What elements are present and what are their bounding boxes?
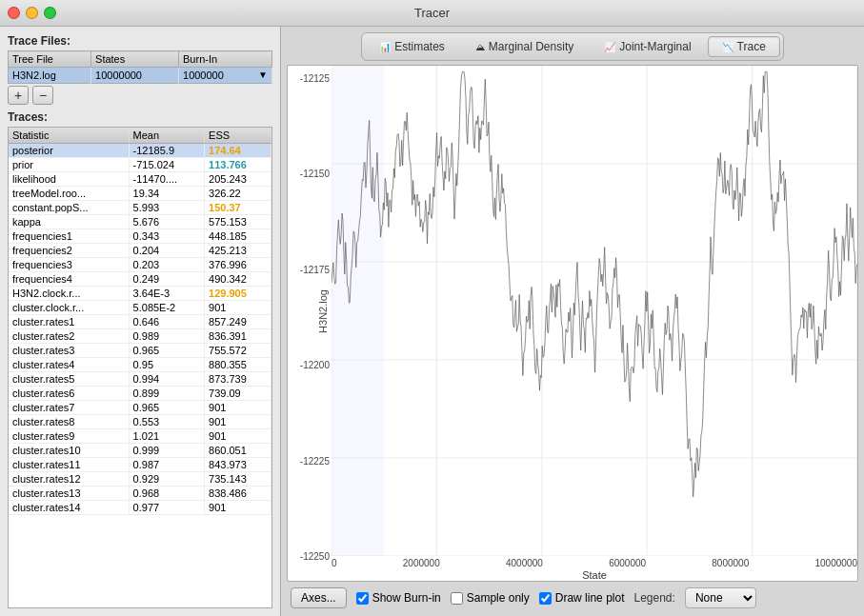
- trace-stat: prior: [9, 158, 129, 172]
- trace-row[interactable]: frequencies3 0.203 376.996: [9, 258, 271, 272]
- trace-ess: 326.22: [205, 187, 271, 201]
- trace-mean: 0.989: [129, 329, 205, 344]
- tf-burnin: 1000000 ▼: [179, 68, 272, 84]
- tab-estimates[interactable]: 📊 Estimates: [365, 36, 459, 57]
- legend-label: Legend:: [633, 591, 674, 605]
- trace-file-row[interactable]: H3N2.log 10000000 1000000 ▼: [9, 68, 272, 84]
- trace-row[interactable]: constant.popS... 5.993 150.37: [9, 201, 271, 215]
- legend-select[interactable]: None: [685, 587, 756, 608]
- tab-trace[interactable]: 📉 Trace: [708, 36, 780, 57]
- trace-stat: cluster.clock.r...: [9, 301, 129, 315]
- y-tick-3: -12200: [291, 360, 330, 370]
- trace-row[interactable]: cluster.rates2 0.989 836.391: [9, 329, 271, 344]
- tab-joint-marginal[interactable]: 📈 Joint-Marginal: [590, 36, 705, 57]
- trace-row[interactable]: cluster.rates9 1.021 901: [9, 429, 271, 444]
- trace-row[interactable]: cluster.clock.r... 5.085E-2 901: [9, 301, 271, 315]
- trace-files-title: Trace Files:: [8, 34, 272, 48]
- y-tick-5: -12250: [291, 551, 330, 562]
- trace-stat: cluster.rates14: [9, 501, 129, 515]
- trace-ess: 836.391: [205, 329, 271, 344]
- show-burnin-checkbox[interactable]: [356, 592, 369, 605]
- tab-marginal-density[interactable]: ⛰ Marginal Density: [461, 36, 588, 57]
- window-controls: [8, 7, 56, 19]
- trace-files-section: Trace Files: Tree File States Burn-In H3…: [8, 34, 272, 105]
- show-burnin-label[interactable]: Show Burn-in: [356, 591, 441, 605]
- trace-row[interactable]: cluster.rates4 0.95 880.355: [9, 358, 271, 372]
- trace-row[interactable]: cluster.rates13 0.968 838.486: [9, 487, 271, 501]
- trace-stat: cluster.rates12: [9, 472, 129, 487]
- trace-row[interactable]: cluster.rates7 0.965 901: [9, 401, 271, 415]
- x-tick-4: 8000000: [712, 558, 749, 568]
- x-tick-3: 6000000: [609, 558, 646, 568]
- trace-mean: -12185.9: [129, 144, 205, 158]
- main-content: Trace Files: Tree File States Burn-In H3…: [0, 27, 864, 616]
- trace-stat: frequencies3: [9, 258, 129, 272]
- trace-ess: 901: [205, 415, 271, 429]
- remove-file-button[interactable]: −: [32, 86, 53, 105]
- trace-row[interactable]: posterior -12185.9 174.64: [9, 144, 271, 158]
- trace-ess: 739.09: [205, 387, 271, 401]
- trace-row[interactable]: cluster.rates14 0.977 901: [9, 501, 271, 515]
- trace-mean: -11470....: [129, 172, 205, 187]
- trace-ess: 205.243: [205, 172, 271, 187]
- draw-line-label[interactable]: Draw line plot: [539, 591, 625, 605]
- tabs-bar: 📊 Estimates ⛰ Marginal Density 📈 Joint-M…: [361, 32, 784, 61]
- traces-table-wrapper[interactable]: Statistic Mean ESS posterior -12185.9 17…: [8, 127, 272, 608]
- trace-row[interactable]: prior -715.024 113.766: [9, 158, 271, 172]
- draw-line-checkbox[interactable]: [539, 592, 552, 605]
- trace-row[interactable]: frequencies2 0.204 425.213: [9, 244, 271, 258]
- trace-ess: 843.973: [205, 458, 271, 472]
- tf-name: H3N2.log: [9, 68, 91, 84]
- trace-mean: 5.993: [129, 201, 205, 215]
- trace-stat: posterior: [9, 144, 129, 158]
- minimize-button[interactable]: [26, 7, 38, 19]
- trace-row[interactable]: cluster.rates11 0.987 843.973: [9, 458, 271, 472]
- trace-mean: 0.343: [129, 229, 205, 244]
- sample-only-label[interactable]: Sample only: [451, 591, 530, 605]
- trace-mean: 0.553: [129, 415, 205, 429]
- close-button[interactable]: [8, 7, 20, 19]
- trace-stat: cluster.rates10: [9, 444, 129, 458]
- trace-stat: cluster.rates3: [9, 344, 129, 358]
- trace-row[interactable]: cluster.rates3 0.965 755.572: [9, 344, 271, 358]
- trace-row[interactable]: cluster.rates10 0.999 860.051: [9, 444, 271, 458]
- trace-stat: cluster.rates9: [9, 429, 129, 444]
- trace-row[interactable]: H3N2.clock.r... 3.64E-3 129.905: [9, 287, 271, 301]
- trace-row[interactable]: cluster.rates5 0.994 873.739: [9, 372, 271, 387]
- trace-row[interactable]: cluster.rates8 0.553 901: [9, 415, 271, 429]
- y-tick-0: -12125: [291, 73, 330, 84]
- y-tick-4: -12225: [291, 456, 330, 467]
- axes-button[interactable]: Axes...: [291, 587, 347, 608]
- trace-row[interactable]: kappa 5.676 575.153: [9, 215, 271, 229]
- trace-stat: cluster.rates5: [9, 372, 129, 387]
- trace-mean: 0.646: [129, 315, 205, 329]
- trace-ess: 448.185: [205, 229, 271, 244]
- estimates-icon: 📊: [379, 42, 391, 52]
- trace-stat: cluster.rates8: [9, 415, 129, 429]
- trace-ess: 150.37: [205, 201, 271, 215]
- trace-ess: 376.996: [205, 258, 271, 272]
- trace-row[interactable]: cluster.rates6 0.899 739.09: [9, 387, 271, 401]
- sample-only-checkbox[interactable]: [451, 592, 463, 605]
- trace-row[interactable]: treeModel.roo... 19.34 326.22: [9, 187, 271, 201]
- trace-row[interactable]: likelihood -11470.... 205.243: [9, 172, 271, 187]
- tab-estimates-label: Estimates: [394, 40, 445, 53]
- dropdown-arrow-icon[interactable]: ▼: [258, 70, 268, 80]
- add-file-button[interactable]: +: [8, 86, 29, 105]
- window-title: Tracer: [414, 6, 450, 20]
- trace-row[interactable]: cluster.rates1 0.646 857.249: [9, 315, 271, 329]
- traces-table: Statistic Mean ESS posterior -12185.9 17…: [9, 128, 271, 515]
- trace-ess: 857.249: [205, 315, 271, 329]
- trace-ess: 425.213: [205, 244, 271, 258]
- maximize-button[interactable]: [44, 7, 56, 19]
- y-tick-1: -12150: [291, 169, 330, 179]
- trace-row[interactable]: cluster.rates12 0.929 735.143: [9, 472, 271, 487]
- x-tick-5: 10000000: [814, 558, 857, 568]
- trace-ess: 174.64: [205, 144, 271, 158]
- trace-row[interactable]: frequencies1 0.343 448.185: [9, 229, 271, 244]
- trace-ess: 575.153: [205, 215, 271, 229]
- trace-stat: frequencies1: [9, 229, 129, 244]
- x-tick-2: 4000000: [506, 558, 543, 568]
- tab-trace-label: Trace: [737, 40, 766, 53]
- trace-row[interactable]: frequencies4 0.249 490.342: [9, 272, 271, 287]
